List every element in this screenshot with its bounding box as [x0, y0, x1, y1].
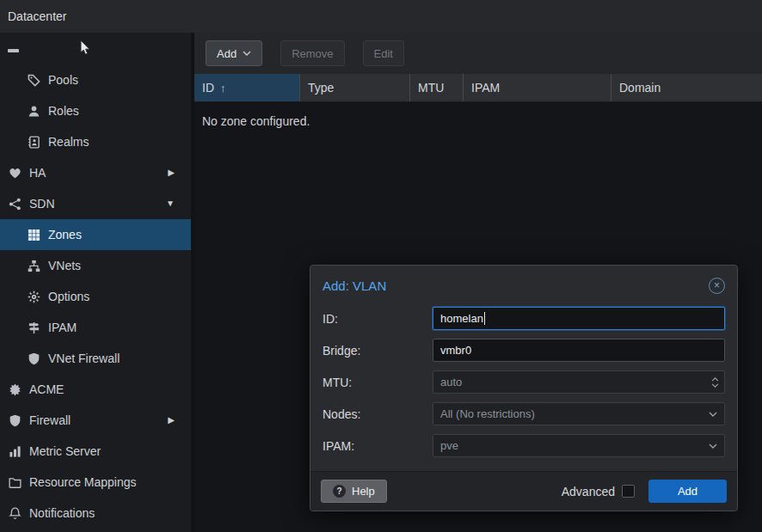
nodes-select[interactable]: All (No restrictions): [433, 402, 725, 425]
network-icon: [8, 197, 22, 211]
mtu-spinner-value: auto: [440, 376, 462, 388]
sidebar-item-metric-server[interactable]: Metric Server: [0, 436, 191, 467]
column-header-mtu[interactable]: MTU: [410, 74, 464, 101]
close-icon[interactable]: ×: [709, 278, 725, 294]
column-header-type[interactable]: Type: [300, 74, 410, 101]
sidebar-item-pools[interactable]: Pools: [0, 64, 191, 95]
chevron-right-icon[interactable]: ▶: [168, 416, 175, 425]
topbar: Datacenter: [0, 0, 762, 33]
advanced-label[interactable]: Advanced: [562, 485, 615, 498]
column-label: MTU: [418, 81, 444, 95]
sidebar-item-label: Roles: [48, 104, 79, 118]
add-button-label: Add: [217, 47, 237, 60]
mouse-cursor: [80, 40, 91, 56]
sidebar-tree: Pools Roles Realms HA ▶ SDN ▼: [0, 33, 194, 532]
shield-icon: [8, 413, 22, 427]
column-header-ipam[interactable]: IPAM: [464, 74, 611, 101]
sidebar-item-label: HA: [29, 166, 46, 180]
id-input[interactable]: homelan: [433, 307, 725, 330]
sidebar-item-label: IPAM: [48, 321, 77, 334]
add-button[interactable]: Add: [206, 40, 262, 66]
bridge-field-label: Bridge:: [323, 344, 433, 358]
clipped-icon: [8, 49, 19, 52]
vnet-icon: [27, 259, 40, 272]
chevron-down-icon[interactable]: ▼: [166, 199, 175, 208]
column-label: IPAM: [471, 81, 500, 95]
folder-icon: [8, 475, 22, 489]
sidebar-item-resource-mappings[interactable]: Resource Mappings: [0, 467, 191, 498]
sidebar-item-acme[interactable]: ACME: [0, 374, 191, 405]
dialog-footer: ? Help Advanced Add: [310, 471, 737, 511]
mtu-spinner[interactable]: auto: [433, 370, 725, 394]
spinner-down-icon[interactable]: [711, 383, 719, 388]
dialog-body: ID: homelan Bridge: MTU: auto: [310, 305, 737, 471]
id-input-value: homelan: [440, 312, 483, 325]
column-label: Domain: [619, 81, 661, 95]
user-icon: [27, 104, 40, 118]
mtu-field-label: MTU:: [323, 376, 433, 389]
grid-icon: [27, 228, 40, 242]
sidebar-item-notifications[interactable]: Notifications: [0, 498, 191, 529]
ipam-select[interactable]: pve: [433, 434, 725, 457]
sort-ascending-icon: ↑: [220, 82, 226, 95]
sidebar-item-partial[interactable]: [0, 33, 191, 64]
nodes-select-value: All (No restrictions): [440, 407, 535, 420]
text-caret: [484, 312, 486, 325]
sidebar-item-label: Options: [48, 290, 89, 303]
sidebar-item-label: Zones: [48, 228, 82, 242]
sidebar-item-label: VNet Firewall: [48, 352, 120, 365]
bell-icon: [8, 506, 22, 520]
zones-toolbar: Add Remove Edit: [194, 33, 762, 74]
nodes-field-label: Nodes:: [323, 407, 433, 421]
chevron-down-icon: [243, 51, 251, 56]
remove-button[interactable]: Remove: [280, 40, 344, 66]
dialog-title: Add: VLAN: [323, 278, 709, 293]
sidebar-item-vnet-firewall[interactable]: VNet Firewall: [0, 343, 191, 374]
sidebar-item-zones[interactable]: Zones: [0, 219, 191, 250]
id-field-label: ID:: [323, 312, 433, 326]
chevron-down-icon: [709, 443, 717, 449]
sidebar-item-firewall[interactable]: Firewall ▶: [0, 405, 191, 436]
column-header-id[interactable]: ID ↑: [194, 74, 300, 101]
sidebar-item-vnets[interactable]: VNets: [0, 250, 191, 281]
spinner-controls: [711, 371, 719, 393]
sidebar-item-label: ACME: [29, 382, 64, 396]
sidebar-item-options[interactable]: Options: [0, 281, 191, 312]
dialog-add-button[interactable]: Add: [648, 480, 727, 503]
sidebar-item-label: Firewall: [29, 413, 71, 427]
edit-button[interactable]: Edit: [363, 40, 404, 66]
ipam-select-value: pve: [440, 439, 458, 452]
sidebar-item-label: Realms: [48, 135, 89, 149]
bridge-input[interactable]: [433, 339, 725, 362]
sidebar-item-label: Pools: [48, 73, 78, 87]
spinner-up-icon[interactable]: [711, 377, 719, 382]
address-book-icon: [27, 135, 40, 149]
gear-icon: [27, 290, 40, 303]
tags-icon: [27, 73, 40, 87]
sidebar-item-roles[interactable]: Roles: [0, 95, 191, 126]
certificate-icon: [8, 382, 22, 396]
sidebar-item-ha[interactable]: HA ▶: [0, 157, 191, 188]
column-header-domain[interactable]: Domain: [611, 74, 762, 101]
dialog-title-bar: Add: VLAN ×: [310, 266, 737, 305]
question-mark-icon: ?: [333, 485, 346, 498]
field-row-id: ID: homelan: [323, 307, 725, 330]
sidebar-item-sdn[interactable]: SDN ▼: [0, 188, 191, 219]
help-button[interactable]: ? Help: [321, 480, 387, 503]
sidebar-item-realms[interactable]: Realms: [0, 126, 191, 157]
heartbeat-icon: [8, 166, 22, 180]
chevron-down-icon: [709, 412, 717, 417]
field-row-bridge: Bridge:: [323, 339, 725, 362]
sidebar-item-label: SDN: [29, 197, 55, 211]
bar-chart-icon: [8, 444, 22, 458]
proxmox-app: Datacenter Pools Roles Realms HA: [0, 0, 762, 532]
ipam-field-label: IPAM:: [323, 439, 433, 453]
edit-button-label: Edit: [374, 47, 393, 60]
chevron-right-icon[interactable]: ▶: [168, 168, 175, 177]
column-label: ID: [202, 81, 214, 95]
ipam-icon: [27, 321, 40, 334]
sidebar-item-ipam[interactable]: IPAM: [0, 312, 191, 343]
advanced-checkbox[interactable]: [622, 485, 635, 498]
help-button-label: Help: [352, 485, 375, 498]
field-row-ipam: IPAM: pve: [323, 434, 725, 457]
